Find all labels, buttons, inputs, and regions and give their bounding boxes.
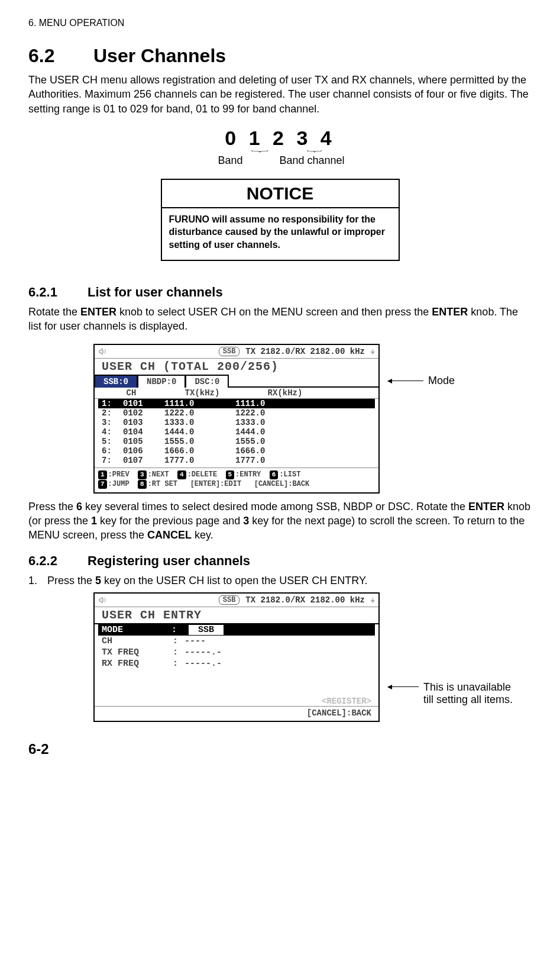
row-ch: 0104 bbox=[123, 427, 164, 437]
brace-icon: ⏟ bbox=[250, 145, 374, 150]
entry-ch-value: ---- bbox=[184, 636, 206, 646]
entry-colon: : bbox=[171, 625, 177, 635]
table-row[interactable]: 6: 0106 1666.0 1666.0 bbox=[95, 446, 378, 456]
row-ch: 0103 bbox=[123, 418, 164, 427]
entry-tx-row[interactable]: TX FREQ : -----.- bbox=[95, 647, 378, 658]
table-row[interactable]: 2: 0102 1222.0 1222.0 bbox=[95, 408, 378, 418]
row-tx: 1555.0 bbox=[164, 437, 235, 446]
row-ch: 0105 bbox=[123, 437, 164, 446]
heading-6-2-2: 6.2.2Registering user channels bbox=[28, 553, 532, 569]
key-badge-8: 8 bbox=[138, 480, 147, 489]
entry-lcd-title: USER CH ENTRY bbox=[95, 607, 378, 624]
notice-title: NOTICE bbox=[162, 180, 399, 208]
heading-6-2: 6.2User Channels bbox=[28, 45, 532, 67]
table-row[interactable]: 7: 0107 1777.0 1777.0 bbox=[95, 456, 378, 465]
breadcrumb: 6. MENU OPERATION bbox=[28, 18, 532, 28]
mode-callout-label: Mode bbox=[428, 375, 455, 387]
col-ch: CH bbox=[102, 388, 161, 398]
key-badge-3: 3 bbox=[138, 470, 147, 479]
antenna-icon: ⏚ bbox=[371, 597, 375, 604]
tab-nbdp[interactable]: NBDP:0 bbox=[137, 375, 186, 388]
key-label: :NEXT bbox=[148, 470, 169, 479]
row-rx: 1222.0 bbox=[235, 408, 306, 418]
table-row[interactable]: 4: 0104 1444.0 1444.0 bbox=[95, 427, 378, 437]
entry-mode-label: MODE bbox=[102, 625, 171, 635]
lcd-title: USER CH (TOTAL 200/256) bbox=[95, 359, 378, 373]
row-rx: 1333.0 bbox=[235, 418, 306, 427]
table-row[interactable]: 5: 0105 1555.0 1555.0 bbox=[95, 437, 378, 446]
table-row[interactable]: 3: 0103 1333.0 1333.0 bbox=[95, 418, 378, 427]
heading-6-2-title: User Channels bbox=[93, 45, 226, 66]
notice-box: NOTICE FURUNO will assume no responsibil… bbox=[161, 179, 400, 261]
row-idx: 3: bbox=[102, 418, 123, 427]
digit-label-band-channel: Band channel bbox=[271, 154, 354, 167]
row-ch: 0101 bbox=[123, 399, 164, 408]
mode-callout: Mode bbox=[388, 375, 455, 387]
row-ch: 0106 bbox=[123, 446, 164, 456]
digit-figure: 0 1 2 3 4 ⏟ ⏟ Band Band channel bbox=[198, 127, 363, 167]
page-number: 6-2 bbox=[28, 741, 532, 757]
lcd-top-freq: TX 2182.0/RX 2182.00 kHz bbox=[245, 347, 365, 356]
user-ch-list-lcd: SSB TX 2182.0/RX 2182.00 kHz ⏚ USER CH (… bbox=[93, 344, 380, 493]
key-label: :JUMP bbox=[108, 480, 130, 488]
entry-register-disabled: <REGISTER> bbox=[95, 697, 378, 706]
key-label-enter: [ENTER]:EDIT bbox=[190, 480, 241, 488]
entry-colon: : bbox=[173, 636, 184, 646]
key-label: :RT SET bbox=[148, 480, 177, 488]
row-rx: 1444.0 bbox=[235, 427, 306, 437]
register-callout-line1: This is unavailable bbox=[423, 681, 511, 693]
lcd-top-freq: TX 2182.0/RX 2182.00 kHz bbox=[245, 595, 365, 605]
row-tx: 1444.0 bbox=[164, 427, 235, 437]
speaker-icon bbox=[98, 347, 108, 356]
entry-rx-row[interactable]: RX FREQ : -----.- bbox=[95, 658, 378, 669]
key-label: :DELETE bbox=[187, 470, 217, 479]
row-idx: 5: bbox=[102, 437, 123, 446]
heading-6-2-2-title: Registering user channels bbox=[88, 553, 250, 568]
speaker-icon bbox=[98, 596, 108, 604]
key-badge-5: 5 bbox=[226, 470, 235, 479]
row-rx: 1111.0 bbox=[235, 399, 306, 408]
entry-colon: : bbox=[173, 659, 184, 669]
step-1: 1. Press the 5 key on the USER CH list t… bbox=[28, 573, 532, 588]
key-label: :ENTRY bbox=[235, 470, 261, 479]
row-tx: 1777.0 bbox=[164, 456, 235, 465]
entry-mode-row[interactable]: MODE : SSB bbox=[98, 624, 375, 636]
user-ch-entry-figure: SSB TX 2182.0/RX 2182.00 kHz ⏚ USER CH E… bbox=[93, 592, 532, 722]
table-row[interactable]: 1: 0101 1111.0 1111.0 bbox=[98, 399, 375, 408]
lcd-tab-row: SSB:0 NBDP:0 DSC:0 bbox=[95, 373, 378, 388]
key-badge-6: 6 bbox=[270, 470, 279, 479]
step-1-num: 1. bbox=[28, 573, 41, 588]
lcd-rows: 1: 0101 1111.0 1111.0 2: 0102 1222.0 122… bbox=[95, 399, 378, 468]
entry-cancel-hint: [CANCEL]:BACK bbox=[95, 706, 378, 721]
step-1-text: Press the 5 key on the USER CH list to o… bbox=[47, 573, 368, 588]
col-tx: TX(kHz) bbox=[161, 388, 244, 398]
mode-pill: SSB bbox=[219, 347, 240, 356]
key-label: :LIST bbox=[279, 470, 300, 479]
row-rx: 1666.0 bbox=[235, 446, 306, 456]
entry-colon: : bbox=[173, 647, 184, 657]
row-tx: 1111.0 bbox=[164, 399, 235, 408]
entry-ch-label: CH bbox=[102, 636, 173, 646]
entry-mode-value: SSB bbox=[189, 625, 224, 635]
key-label-cancel: [CANCEL]:BACK bbox=[254, 480, 310, 488]
row-idx: 2: bbox=[102, 408, 123, 418]
arrow-left-icon bbox=[388, 381, 423, 382]
row-idx: 4: bbox=[102, 427, 123, 437]
digit-figure-braces: ⏟ ⏟ bbox=[198, 147, 363, 152]
section-6-2-1-intro: Rotate the ENTER knob to select USER CH … bbox=[28, 305, 532, 334]
key-label: :PREV bbox=[108, 470, 130, 479]
row-tx: 1333.0 bbox=[164, 418, 235, 427]
register-callout-line2: till setting all items. bbox=[423, 694, 513, 705]
row-rx: 1555.0 bbox=[235, 437, 306, 446]
key-badge-1: 1 bbox=[98, 470, 107, 479]
tab-ssb[interactable]: SSB:0 bbox=[94, 375, 138, 388]
tab-dsc[interactable]: DSC:0 bbox=[185, 375, 229, 388]
notice-body: FURUNO will assume no responsibility for… bbox=[162, 208, 399, 260]
row-ch: 0102 bbox=[123, 408, 164, 418]
register-callout: This is unavailable till setting all ite… bbox=[388, 681, 513, 707]
entry-ch-row[interactable]: CH : ---- bbox=[95, 636, 378, 647]
mode-pill: SSB bbox=[219, 595, 240, 605]
heading-6-2-1-title: List for user channels bbox=[88, 285, 223, 299]
antenna-icon: ⏚ bbox=[371, 348, 375, 355]
key-badge-7: 7 bbox=[98, 480, 107, 489]
